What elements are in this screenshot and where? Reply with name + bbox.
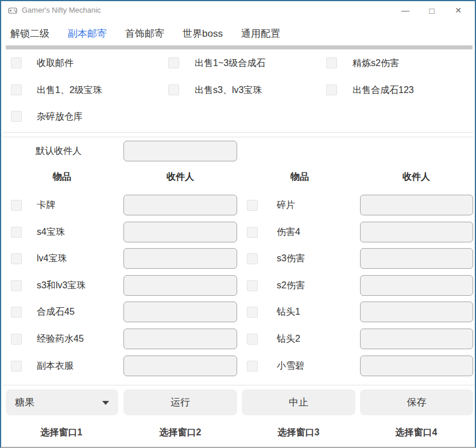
checkbox-item[interactable] (11, 227, 22, 238)
item-label: s3伤害 (277, 248, 305, 269)
checkbox-item[interactable] (11, 334, 22, 345)
option-label: 收取邮件 (37, 57, 73, 69)
tab-divider-bar (6, 45, 473, 49)
tab-unlock-level2[interactable]: 解锁二级 (10, 27, 49, 40)
recipient-input[interactable] (123, 222, 237, 242)
checkbox-sell-s3-lv3-gems[interactable] (168, 84, 179, 95)
option-label: 出售合成石123 (353, 84, 414, 96)
app-window: Gamer's Nifty Mechanic — □ ✕ 解锁二级 副本邮寄 首… (0, 0, 476, 448)
checkbox-refine-s2-damage[interactable] (326, 57, 337, 68)
recipient-input[interactable] (360, 275, 473, 296)
column-header-item-right: 物品 (291, 171, 309, 183)
divider (3, 137, 474, 137)
column-header-item-left: 物品 (53, 171, 71, 183)
recipient-input[interactable] (123, 329, 237, 349)
select-window-4-label[interactable]: 选择窗口4 (396, 427, 438, 439)
item-label: lv4宝珠 (37, 248, 67, 269)
option-label: 出售s3、lv3宝珠 (195, 84, 262, 96)
checkbox-item[interactable] (11, 307, 22, 318)
close-icon[interactable]: ✕ (445, 1, 471, 20)
recipient-input[interactable] (360, 356, 473, 376)
recipient-input[interactable] (360, 329, 473, 349)
checkbox-item[interactable] (247, 200, 258, 211)
item-label: s3和lv3宝珠 (37, 275, 86, 296)
item-label: 经验药水45 (37, 329, 84, 349)
checkbox-item[interactable] (11, 361, 22, 372)
checkbox-junk-to-warehouse[interactable] (11, 111, 22, 122)
column-header-recipient-left: 收件人 (167, 171, 194, 183)
select-window-1-label[interactable]: 选择窗口1 (41, 427, 83, 439)
default-recipient-input[interactable] (123, 141, 237, 161)
recipient-input[interactable] (123, 195, 237, 215)
item-label: s4宝珠 (37, 222, 65, 242)
checkbox-item[interactable] (247, 334, 258, 345)
recipient-input[interactable] (360, 302, 473, 322)
checkbox-collect-mail[interactable] (11, 57, 22, 68)
recipient-input[interactable] (123, 275, 237, 296)
checkbox-item[interactable] (247, 307, 258, 318)
stop-button[interactable]: 中止 (242, 389, 355, 415)
recipient-input[interactable] (123, 302, 237, 322)
default-recipient-label: 默认收件人 (36, 141, 82, 161)
maximize-icon[interactable]: □ (419, 1, 445, 20)
tab-bar: 解锁二级 副本邮寄 首饰邮寄 世界boss 通用配置 (10, 27, 280, 40)
window-title: Gamer's Nifty Mechanic (22, 1, 101, 20)
checkbox-item[interactable] (247, 361, 258, 372)
item-label: 伤害4 (277, 222, 300, 242)
recipient-input[interactable] (360, 195, 473, 215)
run-button[interactable]: 运行 (123, 389, 237, 415)
gamepad-app-icon (8, 6, 17, 15)
checkbox-sell-synth-stone-1-3[interactable] (168, 57, 179, 68)
divider (3, 385, 474, 385)
item-label: 副本衣服 (37, 356, 73, 376)
checkbox-item[interactable] (11, 280, 22, 291)
save-button[interactable]: 保存 (360, 389, 473, 415)
checkbox-item[interactable] (247, 253, 258, 264)
item-label: 卡牌 (37, 195, 55, 215)
item-label: 钻头1 (277, 302, 300, 322)
divider (3, 132, 474, 133)
window-controls: — □ ✕ (392, 1, 471, 20)
option-label: 杂碎放仓库 (37, 111, 83, 122)
column-header-recipient-right: 收件人 (403, 171, 430, 183)
checkbox-item[interactable] (247, 227, 258, 238)
item-label: s2伤害 (277, 275, 305, 296)
recipient-input[interactable] (123, 356, 237, 376)
recipient-input[interactable] (123, 248, 237, 269)
checkbox-sell-gems-1-2[interactable] (11, 84, 22, 95)
checkbox-item[interactable] (11, 253, 22, 264)
item-label: 碎片 (277, 195, 295, 215)
item-label: 合成石45 (37, 302, 75, 322)
tab-general-config[interactable]: 通用配置 (241, 27, 280, 40)
checkbox-sell-synth-stone-123[interactable] (326, 84, 337, 95)
checkbox-item[interactable] (247, 280, 258, 291)
tab-world-boss[interactable]: 世界boss (183, 27, 223, 40)
title-bar: Gamer's Nifty Mechanic — □ ✕ (1, 1, 475, 20)
select-window-2-label[interactable]: 选择窗口2 (160, 427, 202, 439)
tab-dungeon-mail[interactable]: 副本邮寄 (68, 27, 107, 40)
checkbox-item[interactable] (11, 200, 22, 211)
minimize-icon[interactable]: — (392, 1, 419, 20)
tab-jewelry-mail[interactable]: 首饰邮寄 (125, 27, 164, 40)
chevron-down-icon (102, 401, 109, 405)
window-select-dropdown[interactable]: 糖果 (6, 389, 118, 415)
recipient-input[interactable] (360, 248, 473, 269)
dropdown-selected-value: 糖果 (15, 396, 34, 409)
option-label: 出售1~3级合成石 (195, 57, 265, 69)
item-label: 小雪碧 (277, 356, 304, 376)
option-label: 精炼s2伤害 (353, 57, 399, 69)
recipient-input[interactable] (360, 222, 473, 242)
option-label: 出售1、2级宝珠 (37, 84, 102, 96)
item-label: 钻头2 (277, 329, 300, 349)
select-window-3-label[interactable]: 选择窗口3 (278, 427, 320, 439)
